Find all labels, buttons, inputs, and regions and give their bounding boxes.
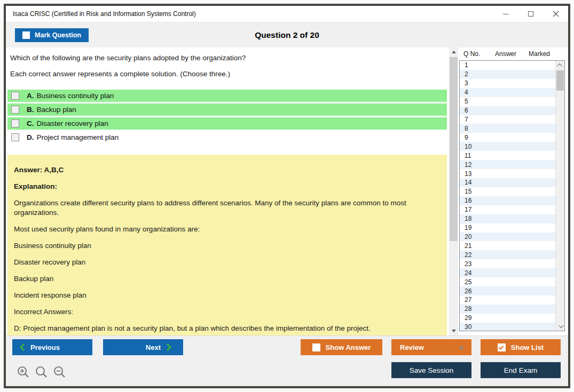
option-letter: D.: [27, 133, 34, 141]
explanation-text: Organizations create different security …: [14, 198, 439, 333]
question-list: 1234567891011121314151617181920212223242…: [459, 60, 565, 331]
answer-options: A.Business continuity planB.Backup planC…: [7, 90, 447, 143]
show-list-button[interactable]: Show List: [481, 339, 561, 355]
question-list-row[interactable]: 24: [460, 268, 555, 277]
main-scrollbar-thumb[interactable]: [450, 57, 458, 241]
list-scroll-up-icon[interactable]: [556, 61, 565, 70]
question-list-row[interactable]: 29: [460, 314, 555, 323]
qno-cell: 3: [460, 79, 489, 87]
review-button[interactable]: Review: [391, 339, 471, 355]
question-list-row[interactable]: 13: [460, 169, 555, 178]
option-letter: B.: [27, 106, 34, 114]
explanation-label: Explanation:: [14, 182, 439, 191]
end-exam-button[interactable]: End Exam: [481, 362, 561, 378]
question-list-row[interactable]: 23: [460, 259, 555, 268]
option-text: Backup plan: [37, 106, 76, 114]
explanation-paragraph: Incident response plan: [14, 291, 439, 300]
option-text: Project management plan: [37, 133, 119, 141]
option-checkbox[interactable]: [11, 92, 19, 100]
answer-option-c[interactable]: C.Disaster recovery plan: [7, 117, 447, 130]
show-list-checkbox[interactable]: [498, 343, 506, 351]
question-list-row[interactable]: 25: [460, 277, 555, 286]
question-list-row[interactable]: 20: [460, 233, 555, 242]
option-checkbox[interactable]: [11, 106, 19, 114]
option-checkbox[interactable]: [11, 133, 19, 141]
question-list-row[interactable]: 9: [460, 133, 555, 142]
list-scrollbar-thumb[interactable]: [556, 70, 564, 91]
list-scroll-down-icon[interactable]: [556, 322, 565, 331]
scroll-up-icon[interactable]: [449, 47, 458, 57]
qno-cell: 2: [460, 70, 489, 78]
option-checkbox[interactable]: [11, 119, 19, 127]
qno-cell: 7: [460, 116, 489, 123]
explanation-paragraph: Backup plan: [14, 274, 439, 284]
zoom-in-icon[interactable]: [17, 365, 30, 379]
question-list-row[interactable]: 16: [460, 196, 555, 205]
qno-cell: 21: [460, 242, 489, 250]
screen: Isaca CRISC (Certified in Risk and Infor…: [0, 0, 574, 392]
question-list-row[interactable]: 12: [460, 160, 555, 169]
question-list-row[interactable]: 5: [460, 97, 555, 106]
qno-cell: 17: [460, 206, 489, 213]
question-list-scrollbar[interactable]: [555, 61, 564, 331]
qno-cell: 28: [460, 305, 489, 313]
question-list-row[interactable]: 27: [460, 295, 555, 305]
question-header: Question 2 of 20 Mark Question: [6, 22, 568, 47]
end-exam-label: End Exam: [504, 366, 537, 374]
chevron-right-icon: [166, 343, 171, 351]
question-list-row[interactable]: 2: [460, 70, 555, 79]
qno-cell: 4: [460, 89, 489, 96]
minimize-icon[interactable]: [502, 10, 509, 18]
review-label: Review: [400, 343, 424, 351]
answer-column-header: Answer: [495, 50, 516, 58]
save-session-label: Save Session: [410, 366, 454, 374]
show-answer-button[interactable]: Show Answer: [301, 339, 382, 355]
close-icon[interactable]: [552, 10, 560, 18]
question-list-row[interactable]: 18: [460, 214, 555, 223]
question-list-row[interactable]: 17: [460, 205, 555, 214]
chevron-left-icon: [20, 343, 25, 351]
qno-cell: 1: [460, 61, 489, 69]
dropdown-up-icon: [459, 346, 464, 349]
question-list-row[interactable]: 3: [460, 79, 555, 88]
scroll-down-icon[interactable]: [449, 326, 458, 335]
question-list-row[interactable]: 28: [460, 305, 555, 314]
question-list-row[interactable]: 15: [460, 187, 555, 196]
question-list-row[interactable]: 30: [460, 323, 555, 331]
answer-option-b[interactable]: B.Backup plan: [7, 103, 447, 116]
question-list-row[interactable]: 22: [460, 250, 555, 259]
explanation-paragraph: D: Project management plan is not a secu…: [14, 324, 439, 333]
question-list-row[interactable]: 1: [460, 61, 555, 70]
explanation-paragraph: Incorrect Answers:: [14, 307, 439, 317]
question-list-row[interactable]: 6: [460, 106, 555, 115]
footer-bar: Previous Next Show Answer Review Show Li…: [6, 335, 568, 386]
maximize-icon[interactable]: [527, 10, 534, 18]
previous-button[interactable]: Previous: [12, 339, 92, 355]
zoom-reset-icon[interactable]: [35, 365, 48, 379]
question-list-row[interactable]: 7: [460, 115, 555, 124]
save-session-button[interactable]: Save Session: [391, 362, 471, 378]
question-list-row[interactable]: 11: [460, 151, 555, 160]
option-letter: C.: [27, 119, 34, 127]
mark-question-checkbox[interactable]: [22, 31, 30, 39]
question-list-row[interactable]: 10: [460, 142, 555, 151]
mark-question-button[interactable]: Mark Question: [15, 28, 89, 42]
next-button[interactable]: Next: [103, 339, 183, 355]
question-list-row[interactable]: 26: [460, 286, 555, 295]
question-list-row[interactable]: 21: [460, 241, 555, 250]
answer-option-d[interactable]: D.Project management plan: [7, 131, 447, 143]
question-list-row[interactable]: 14: [460, 178, 555, 187]
qno-cell: 18: [460, 215, 489, 222]
window-title: Isaca CRISC (Certified in Risk and Infor…: [13, 10, 196, 18]
question-list-row[interactable]: 8: [460, 124, 555, 133]
qno-cell: 8: [460, 125, 489, 132]
question-counter: Question 2 of 20: [6, 22, 568, 47]
answer-option-a[interactable]: A.Business continuity plan: [7, 90, 447, 102]
qno-cell: 19: [460, 224, 489, 231]
zoom-controls: [17, 365, 66, 379]
question-list-row[interactable]: 19: [460, 223, 555, 233]
zoom-out-icon[interactable]: [53, 365, 66, 379]
show-answer-checkbox[interactable]: [312, 343, 320, 351]
main-scrollbar[interactable]: [449, 47, 458, 335]
question-list-row[interactable]: 4: [460, 88, 555, 97]
